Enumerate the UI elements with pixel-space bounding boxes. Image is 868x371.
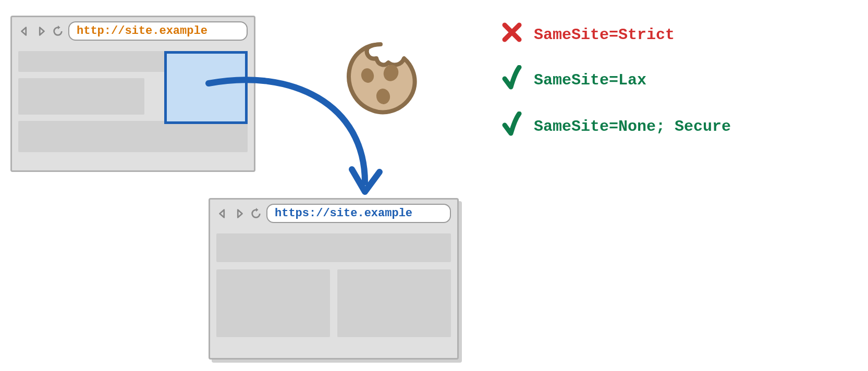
- browser-body: [210, 227, 457, 357]
- content-block: [18, 121, 248, 152]
- forward-icon: [35, 25, 47, 38]
- browser-body: [12, 45, 254, 170]
- browser-toolbar: http://site.example: [12, 17, 254, 45]
- check-icon: [500, 65, 523, 95]
- cross-icon: [500, 21, 523, 48]
- rule-text: SameSite=None; Secure: [534, 118, 731, 135]
- content-block: [18, 78, 144, 115]
- url-bar: https://site.example: [266, 204, 451, 223]
- rule-text: SameSite=Lax: [534, 71, 646, 89]
- reload-icon: [250, 207, 262, 220]
- browser-toolbar: https://site.example: [210, 200, 457, 227]
- forward-icon: [233, 207, 246, 220]
- cookie-icon: [339, 36, 422, 122]
- rule-text: SameSite=Strict: [534, 26, 675, 44]
- content-block: [216, 269, 330, 337]
- target-browser: https://site.example: [209, 198, 459, 360]
- back-icon: [18, 25, 31, 38]
- back-icon: [216, 207, 229, 220]
- source-browser: http://site.example: [10, 16, 255, 172]
- rule-none-secure: SameSite=None; Secure: [500, 112, 731, 141]
- check-icon: [500, 112, 523, 141]
- link-highlight-box: [164, 51, 248, 124]
- content-block: [337, 269, 451, 337]
- url-bar: http://site.example: [68, 21, 248, 41]
- rule-strict: SameSite=Strict: [500, 21, 731, 48]
- rule-lax: SameSite=Lax: [500, 65, 731, 95]
- reload-icon: [52, 25, 64, 38]
- samesite-rules-list: SameSite=Strict SameSite=Lax SameSite=No…: [500, 21, 731, 141]
- content-block: [216, 233, 451, 262]
